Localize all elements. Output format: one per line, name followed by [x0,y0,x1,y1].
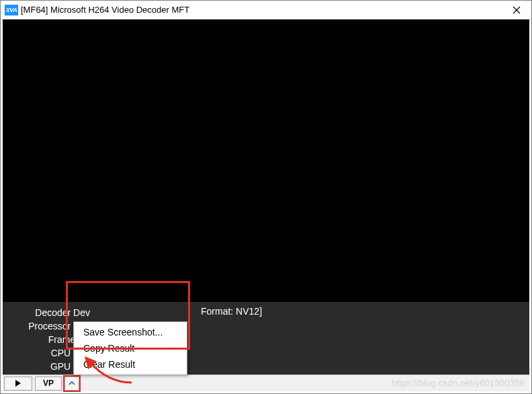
info-row-decoder: Decoder Dev [9,306,523,319]
menu-copy-result[interactable]: Copy Result [75,340,185,356]
play-icon [15,380,21,387]
context-menu: Save Screenshot... Copy Result Clear Res… [73,321,187,375]
menu-save-screenshot[interactable]: Save Screenshot... [75,324,185,340]
window-title: [MF64] Microsoft H264 Video Decoder MFT [21,5,189,15]
chevron-up-icon [69,380,75,387]
svg-marker-2 [15,380,21,387]
titlebar: XVA [MF64] Microsoft H264 Video Decoder … [1,1,531,19]
vp-button[interactable]: VP [35,377,62,391]
format-text: Format: NV12] [201,306,262,317]
watermark: https://blog.csdn.net/y601500359 [392,378,525,388]
close-icon [513,6,521,14]
info-label: Decoder Dev [9,306,90,319]
play-button[interactable] [4,377,32,391]
expand-button[interactable] [64,377,79,391]
close-button[interactable] [501,1,531,19]
video-canvas [3,19,529,302]
menu-clear-result[interactable]: Clear Result [75,356,185,372]
app-icon: XVA [5,5,18,15]
